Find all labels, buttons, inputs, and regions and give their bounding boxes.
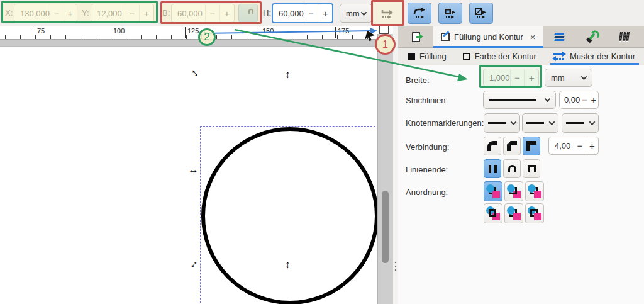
order-button-3[interactable] — [525, 181, 544, 201]
tab-extensions[interactable] — [576, 26, 608, 47]
order-button-4[interactable] — [484, 203, 502, 223]
subtab-stroke-paint-label: Farbe der Kontur — [475, 52, 536, 61]
miter-plus-button[interactable]: + — [586, 137, 598, 154]
dash-offset-value[interactable]: 0,00 — [560, 91, 580, 108]
horizontal-ruler[interactable]: 75 100 125 150 175 — [0, 26, 377, 39]
subtab-fill-label: Füllung — [419, 52, 447, 61]
move-gradients-toggle[interactable] — [438, 3, 462, 24]
chevron-down-icon — [549, 119, 555, 125]
dashes-label: Strichlinien: — [406, 96, 448, 105]
fill-stroke-dialog: Füllung und Kontur × Füllung — [398, 26, 644, 304]
stroke-width-label: Breite: — [406, 76, 430, 85]
order-variant-icon — [528, 184, 542, 199]
order-button-1[interactable] — [484, 181, 502, 201]
stroke-width-unit-dropdown[interactable]: mm — [545, 69, 592, 87]
join-round-button[interactable] — [484, 137, 501, 155]
y-plus-button[interactable]: + — [139, 4, 153, 22]
marker-none-icon — [526, 122, 544, 124]
y-value[interactable]: 12,000 — [91, 4, 125, 22]
x-input[interactable]: 130,000 − + — [14, 4, 77, 23]
ruler-tick-75: 75 — [35, 27, 45, 38]
ruler-corner-box[interactable] — [379, 25, 389, 34]
stroke-style-icon — [553, 53, 565, 60]
stroke-width-input[interactable]: 1,000 − + — [483, 69, 539, 87]
close-icon[interactable]: × — [530, 31, 536, 42]
stroke-style-panel: Breite: 1,000 − + mm Strichlinien: 0,00 … — [398, 65, 644, 304]
height-input[interactable]: 60,000 − + — [272, 3, 333, 23]
cap-butt-button[interactable] — [484, 159, 501, 178]
cap-round-button[interactable] — [503, 159, 521, 178]
panel-resize-grip[interactable] — [394, 261, 397, 273]
join-miter-button[interactable] — [523, 137, 540, 155]
subtab-stroke-style[interactable]: Muster der Kontur — [553, 48, 635, 65]
x-value[interactable]: 130,000 — [14, 4, 50, 22]
vertical-scrollbar-thumb[interactable] — [382, 191, 389, 263]
mid-marker-dropdown[interactable] — [522, 113, 558, 133]
stroke-width-value[interactable]: 1,000 — [484, 69, 510, 86]
tab-fill-and-stroke[interactable]: Füllung und Kontur × — [433, 26, 543, 47]
x-plus-button[interactable]: + — [64, 4, 77, 22]
join-label: Verbindung: — [406, 142, 449, 152]
objects-icon — [619, 32, 630, 42]
stroke-paint-icon — [463, 53, 470, 60]
order-variant-icon — [507, 184, 521, 199]
scale-corners-icon — [413, 7, 426, 20]
y-minus-button[interactable]: − — [125, 4, 139, 22]
canvas[interactable]: ↕ ↕ ↔ ↕ ↕ — [0, 47, 377, 304]
height-plus-button[interactable]: + — [318, 4, 332, 22]
height-minus-button[interactable]: − — [304, 4, 318, 22]
width-plus-button[interactable]: + — [219, 4, 234, 22]
order-button-6[interactable] — [525, 203, 544, 223]
chevron-down-icon — [545, 96, 551, 102]
chevron-down-icon — [511, 119, 517, 125]
chevron-down-icon — [589, 119, 596, 125]
end-marker-dropdown[interactable] — [562, 113, 599, 133]
stroke-width-minus-button[interactable]: − — [510, 69, 525, 86]
ruler-tick-100: 100 — [111, 27, 125, 38]
vertical-scrollbar[interactable] — [377, 34, 393, 304]
dash-pattern-dropdown[interactable] — [483, 91, 556, 109]
fill-stroke-subtabs: Füllung Farbe der Kontur Muster der Kont… — [398, 48, 644, 65]
width-value[interactable]: 60,000 — [172, 4, 205, 22]
height-value[interactable]: 60,000 — [273, 4, 304, 22]
start-marker-dropdown[interactable] — [484, 113, 520, 133]
cap-square-button[interactable] — [523, 159, 540, 178]
width-minus-button[interactable]: − — [205, 4, 219, 22]
dialog-tab-bar: Füllung und Kontur × — [398, 26, 644, 48]
round-cap-icon — [508, 165, 516, 172]
unit-dropdown[interactable]: mm — [340, 4, 372, 23]
move-patterns-toggle[interactable] — [469, 3, 493, 24]
tab-export[interactable] — [398, 26, 433, 47]
tab-objects[interactable] — [608, 26, 641, 47]
subtab-fill[interactable]: Füllung — [408, 48, 447, 65]
width-input[interactable]: 60,000 − + — [171, 4, 235, 23]
miter-minus-button[interactable]: − — [574, 137, 586, 154]
subtab-stroke-paint[interactable]: Farbe der Kontur — [463, 48, 536, 65]
resize-handle-top-left[interactable]: ↕ — [189, 67, 200, 78]
circle-shape[interactable] — [201, 127, 379, 304]
tab-layers[interactable] — [543, 26, 576, 47]
page-top-margin — [0, 39, 377, 47]
scale-corners-toggle[interactable] — [408, 3, 431, 24]
stroke-width-plus-button[interactable]: + — [524, 69, 538, 86]
resize-handle-bottom[interactable]: ↕ — [285, 259, 291, 270]
round-join-icon — [487, 141, 497, 151]
order-button-5[interactable] — [504, 203, 523, 223]
miter-limit-value[interactable]: 4,00 — [549, 137, 574, 154]
miter-limit-input[interactable]: 4,00 − + — [548, 137, 599, 155]
dash-offset-minus-button[interactable]: − — [580, 91, 589, 108]
lock-ratio-button[interactable] — [238, 4, 258, 23]
y-input[interactable]: 12,000 − + — [91, 4, 154, 23]
order-variant-icon — [486, 206, 501, 221]
dash-offset-input[interactable]: 0,00 − + — [559, 91, 599, 109]
resize-handle-bottom-left[interactable]: ↕ — [189, 258, 200, 269]
join-bevel-button[interactable] — [503, 137, 521, 155]
order-button-2[interactable] — [504, 181, 523, 201]
scale-stroke-toggle[interactable] — [375, 3, 399, 24]
markers-label: Knotenmarkierungen: — [406, 118, 484, 128]
x-minus-button[interactable]: − — [50, 4, 64, 22]
resize-handle-left[interactable]: ↔ — [188, 164, 199, 175]
resize-handle-top[interactable]: ↕ — [285, 69, 291, 80]
dash-offset-plus-button[interactable]: + — [589, 91, 598, 108]
butt-cap-icon — [489, 165, 497, 173]
